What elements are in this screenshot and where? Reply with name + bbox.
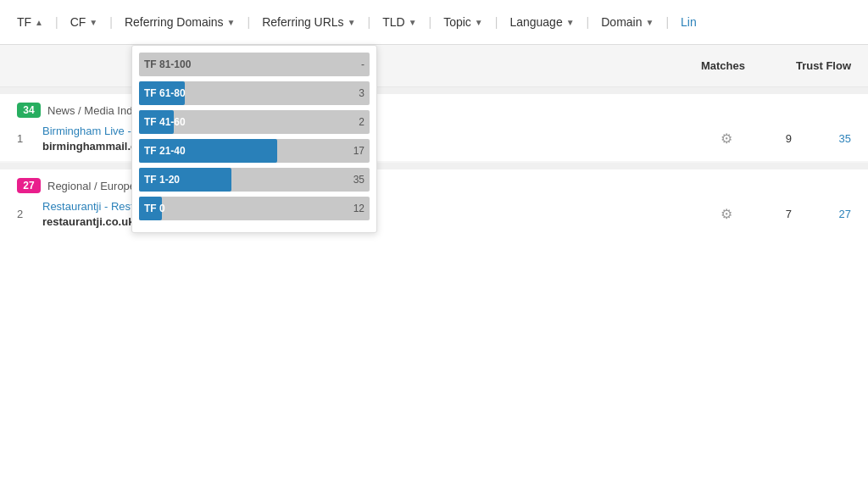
filter-tld-arrow: ▼: [409, 18, 417, 27]
gear-icon-2[interactable]: ⚙: [721, 206, 732, 222]
results-header: Matches Trust Flow: [0, 45, 868, 87]
filter-language-arrow: ▼: [566, 18, 575, 27]
result-group-1: 34 News / Media Industry 1 Birmingham Li…: [0, 94, 868, 161]
filter-bar: TF ▲ | CF ▼ | Referring Domains ▼ | Refe…: [0, 0, 868, 45]
filter-cf-label: CF: [70, 15, 86, 29]
divider-5: |: [429, 15, 432, 29]
divider-1: |: [55, 15, 58, 29]
filter-tf-label: TF: [17, 15, 31, 29]
filter-domain-label: Domain: [601, 15, 642, 29]
bar-value-tf1: 35: [353, 168, 364, 192]
bar-value-tf0: 12: [353, 197, 364, 220]
bar-row-tf41[interactable]: TF 41-60 2: [139, 110, 370, 134]
topic-badge-1: 34: [17, 103, 41, 118]
gear-icon-1[interactable]: ⚙: [721, 131, 732, 147]
main-content: Matches Trust Flow 34 News / Media Indus…: [0, 45, 868, 236]
filter-referring-domains-arrow: ▼: [227, 18, 236, 27]
bar-label-tf21: TF 21-40: [144, 139, 186, 163]
result-row-1: 1 Birmingham Live - Birmingham news, fea…: [0, 121, 868, 161]
filter-tf[interactable]: TF ▲: [10, 12, 50, 32]
result-number-1: 1: [17, 132, 42, 145]
result-group-2: 27 Regional / Europe 2 Restaurantji - Re…: [0, 169, 868, 236]
result-group-1-header: 34 News / Media Industry: [0, 94, 868, 121]
filter-cf-arrow: ▼: [89, 18, 97, 27]
divider-8: |: [665, 15, 669, 29]
filter-domain[interactable]: Domain ▼: [594, 12, 660, 32]
filter-language[interactable]: Language ▼: [503, 12, 581, 32]
topic-badge-2: 27: [17, 178, 41, 193]
topic-label-2: Regional / Europe: [47, 180, 136, 192]
bar-row-tf21[interactable]: TF 21-40 17: [139, 139, 370, 163]
bar-label-tf41: TF 41-60: [144, 110, 186, 134]
bar-value-tf41: 2: [359, 110, 364, 134]
result-number-2: 2: [17, 208, 42, 220]
filter-referring-urls[interactable]: Referring URLs ▼: [255, 12, 362, 32]
divider-6: |: [495, 15, 498, 29]
result-tf-1: 35: [817, 132, 851, 145]
bar-label-tf61: TF 61-80: [144, 81, 186, 105]
filter-tld[interactable]: TLD ▼: [376, 12, 423, 32]
group-separator-mid: [0, 163, 868, 169]
result-group-2-header: 27 Regional / Europe: [0, 169, 868, 197]
filter-tf-arrow: ▲: [35, 18, 43, 27]
filter-lin-label: Lin: [681, 15, 697, 29]
bar-label-tf0: TF 0: [144, 197, 165, 220]
group-separator-top: [0, 87, 868, 94]
filter-referring-domains[interactable]: Referring Domains ▼: [118, 12, 242, 32]
divider-3: |: [248, 15, 251, 29]
filter-referring-urls-arrow: ▼: [348, 18, 356, 27]
filter-cf[interactable]: CF ▼: [64, 12, 105, 32]
tf-dropdown-panel: TF 81-100 - TF 61-80 3 TF 41-60 2 TF 21-…: [131, 45, 377, 233]
bar-row-tf81[interactable]: TF 81-100 -: [139, 53, 370, 76]
divider-2: |: [109, 15, 113, 29]
filter-topic[interactable]: Topic ▼: [437, 12, 490, 32]
filter-referring-domains-label: Referring Domains: [125, 15, 224, 29]
bar-value-tf61: 3: [359, 81, 364, 105]
bar-label-tf81: TF 81-100: [144, 53, 191, 76]
filter-tld-label: TLD: [382, 15, 404, 29]
bar-value-tf21: 17: [353, 139, 364, 163]
filter-topic-label: Topic: [443, 15, 471, 29]
col-matches-label: Matches: [701, 59, 745, 72]
bar-label-tf1: TF 1-20: [144, 168, 180, 192]
filter-topic-arrow: ▼: [475, 18, 483, 27]
filter-referring-urls-label: Referring URLs: [262, 15, 343, 29]
filter-language-label: Language: [509, 15, 562, 29]
divider-4: |: [368, 15, 371, 29]
result-row-2: 2 Restaurantji - Restaurant Menus, Revie…: [0, 197, 868, 236]
divider-7: |: [587, 15, 590, 29]
result-matches-2: 7: [749, 208, 792, 220]
bar-row-tf61[interactable]: TF 61-80 3: [139, 81, 370, 105]
filter-lin[interactable]: Lin: [674, 12, 704, 32]
bar-value-tf81: -: [361, 53, 364, 76]
result-matches-1: 9: [749, 132, 792, 145]
bar-row-tf0[interactable]: TF 0 12: [139, 197, 370, 220]
bar-row-tf1[interactable]: TF 1-20 35: [139, 168, 370, 192]
result-domain-2: restaurantji.co.uk: [42, 215, 134, 228]
col-trust-label: Trust Flow: [796, 59, 851, 72]
result-tf-2: 27: [817, 208, 851, 220]
filter-domain-arrow: ▼: [646, 18, 654, 27]
bar-bg-tf0: [139, 197, 370, 220]
